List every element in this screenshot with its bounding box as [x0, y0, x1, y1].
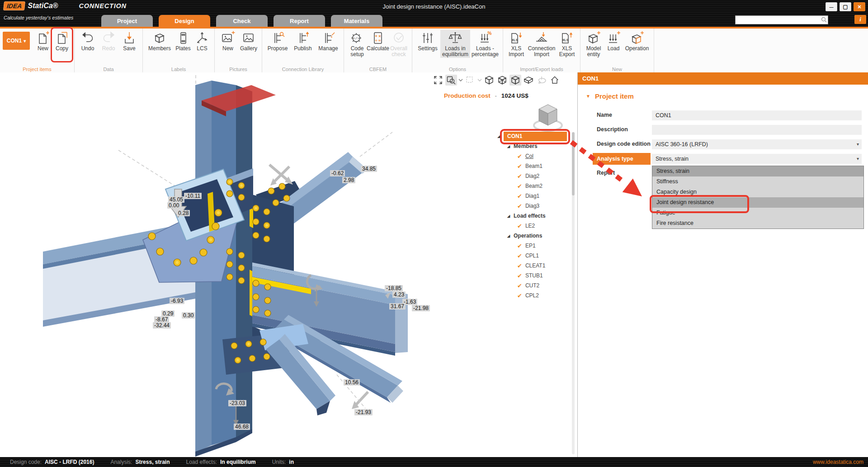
analysis-type-dropdown: Stress, strainStiffnessCapacity designJo… [652, 166, 864, 229]
undo-button[interactable]: Undo [77, 30, 98, 52]
loads-in-equilibrium-toggle[interactable]: Loads in equilibrium [440, 30, 470, 58]
propose-button[interactable]: Propose [265, 30, 290, 52]
manage-pencil-icon [321, 31, 335, 45]
copy-project-item-button[interactable]: Copy [52, 30, 71, 52]
close-button[interactable] [854, 2, 865, 11]
dropdown-option[interactable]: Joint design resistance [652, 197, 863, 208]
tree-group-load-effects[interactable]: Load effects [497, 211, 576, 221]
tree-item[interactable]: Beam1 [497, 161, 576, 171]
manage-button[interactable]: Manage [316, 30, 341, 52]
tree-item[interactable]: Diag2 [497, 171, 576, 181]
minimize-button[interactable] [826, 2, 837, 11]
expander-icon[interactable] [507, 144, 512, 148]
dropdown-option[interactable]: Stiffness [652, 176, 863, 187]
tab-report[interactable]: Report [274, 15, 325, 27]
tree-group-operations[interactable]: Operations [497, 231, 576, 241]
solid-view-button[interactable] [509, 75, 521, 86]
tree-item[interactable]: CPL2 [497, 291, 576, 300]
transparent-view-button[interactable] [496, 75, 508, 86]
dropdown-option[interactable]: Fire resistance [652, 218, 863, 229]
tree-item[interactable]: CLEAT1 [497, 261, 576, 271]
search-input[interactable] [736, 16, 820, 24]
design-code-select[interactable]: AISC 360-16 (LRFD) [652, 139, 862, 149]
new-load-button[interactable]: Load [604, 30, 623, 52]
zoom-window-icon [446, 75, 456, 85]
new-model-entity-button[interactable]: Model entity [583, 30, 604, 58]
tree-scrollbar[interactable] [572, 132, 575, 454]
maximize-button[interactable] [840, 2, 851, 11]
navigation-cube[interactable] [530, 99, 566, 135]
info-button[interactable]: i [854, 15, 866, 24]
new-operation-button[interactable]: Operation [623, 30, 651, 52]
tab-materials[interactable]: Materials [331, 15, 382, 27]
settings-sliders-icon [420, 31, 435, 45]
analysis-type-select[interactable]: Stress, strain [652, 154, 862, 164]
tree-item[interactable]: Beam2 [497, 181, 576, 191]
search-box[interactable] [735, 15, 828, 24]
collapse-caret-icon[interactable] [586, 94, 590, 99]
calculate-button[interactable]: + ×÷ = Calculate [368, 30, 388, 52]
fit-view-button[interactable] [432, 75, 444, 86]
name-field[interactable]: CON1 [652, 110, 862, 120]
selection-options-caret[interactable] [477, 75, 482, 86]
connection-import-button[interactable]: Connection Import [527, 30, 557, 58]
dimension-label: -10.11 [184, 193, 202, 199]
home-view-icon [550, 75, 560, 85]
tree-item[interactable]: CUT2 [497, 281, 576, 291]
dimension-label: 0.30 [182, 312, 195, 319]
lcs-labels-button[interactable]: LCS [193, 30, 212, 52]
tree-item[interactable]: EP1 [497, 241, 576, 251]
xls-import-button[interactable]: XLS XLS Import [506, 30, 527, 58]
viewport-toolbar [432, 75, 561, 86]
tree-root-row[interactable]: CON1 [497, 131, 576, 141]
transparent-cube-icon [497, 75, 507, 85]
balance-scale-icon [448, 31, 462, 45]
plates-labels-button[interactable]: Plates [174, 30, 193, 52]
tree-item[interactable]: STUB1 [497, 271, 576, 281]
status-bar: Design code: AISC - LRFD (2016) Analysis… [0, 457, 868, 467]
website-link[interactable]: www.ideastatica.com [813, 459, 863, 465]
model-viewport[interactable]: Production cost - 1024 US$ 34.85-0.622.9… [0, 72, 577, 457]
save-button[interactable]: Save [119, 30, 140, 52]
expander-icon[interactable] [507, 234, 512, 238]
expander-icon[interactable] [497, 134, 502, 138]
code-setup-button[interactable]: </> Code setup [347, 30, 368, 58]
tree-item[interactable]: CPL1 [497, 251, 576, 261]
section-view-button[interactable] [523, 75, 534, 86]
panel-header: CON1 [578, 72, 868, 85]
members-labels-button[interactable]: Members [146, 30, 174, 52]
expander-icon[interactable] [507, 214, 512, 218]
gallery-button[interactable]: Gallery [238, 30, 259, 52]
dropdown-option[interactable]: Stress, strain [652, 166, 863, 176]
wireframe-view-button[interactable] [483, 75, 495, 86]
settings-button[interactable]: Settings [415, 30, 440, 52]
solid-cube-icon [510, 75, 520, 85]
tab-check[interactable]: Check [216, 15, 268, 27]
tree-item[interactable]: Col [497, 151, 576, 161]
zoom-options-caret[interactable] [458, 75, 463, 86]
status-item: Units: in [272, 459, 294, 465]
project-item-section[interactable]: Project item [586, 92, 634, 100]
scrollbar-thumb[interactable] [572, 132, 575, 195]
tab-design[interactable]: Design [159, 15, 210, 27]
selection-rectangle-button[interactable] [464, 75, 476, 86]
check-icon [517, 153, 522, 160]
tree-item[interactable]: Diag3 [497, 201, 576, 211]
zoom-window-button[interactable] [445, 75, 457, 86]
tree-group-members[interactable]: Members [497, 141, 576, 151]
loads-percentage-toggle[interactable]: % Loads - percentage [470, 30, 500, 58]
dropdown-option[interactable]: Capacity design [652, 187, 863, 197]
description-field[interactable] [652, 125, 862, 135]
tree-item[interactable]: Diag1 [497, 191, 576, 201]
rotate-view-button[interactable] [536, 75, 547, 86]
publish-button[interactable]: Publish [290, 30, 316, 52]
dropdown-option[interactable]: Fatigue [652, 208, 863, 218]
con1-dropdown-button[interactable]: CON1 [3, 32, 30, 50]
new-project-item-button[interactable]: New [33, 30, 52, 52]
tab-project[interactable]: Project [101, 15, 153, 27]
tree-item-con1[interactable]: CON1 [504, 132, 567, 141]
home-view-button[interactable] [549, 75, 561, 86]
tree-item[interactable]: LE2 [497, 221, 576, 231]
xls-export-button[interactable]: XLS XLS Export [557, 30, 577, 58]
new-picture-button[interactable]: New [217, 30, 238, 52]
